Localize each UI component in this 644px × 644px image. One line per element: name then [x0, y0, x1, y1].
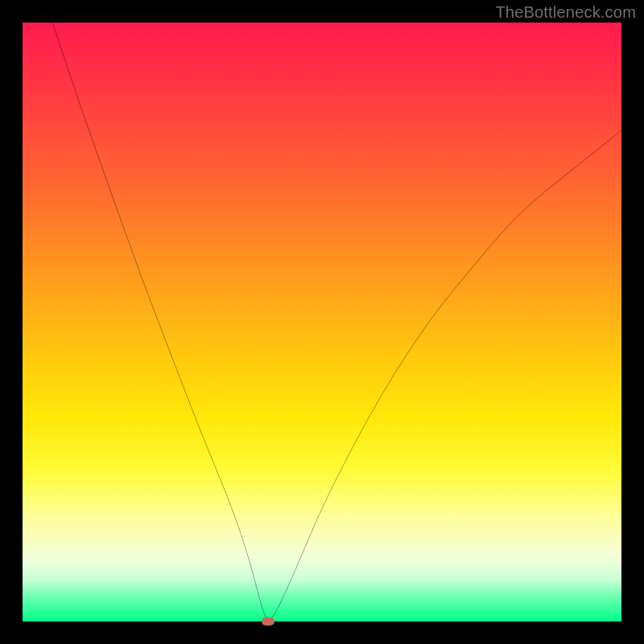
chart-frame: TheBottleneck.com	[0, 0, 644, 644]
watermark-text: TheBottleneck.com	[495, 3, 636, 22]
minimum-marker	[262, 617, 275, 625]
curve-path	[52, 23, 621, 620]
bottleneck-curve	[23, 23, 621, 621]
plot-area	[23, 23, 621, 621]
